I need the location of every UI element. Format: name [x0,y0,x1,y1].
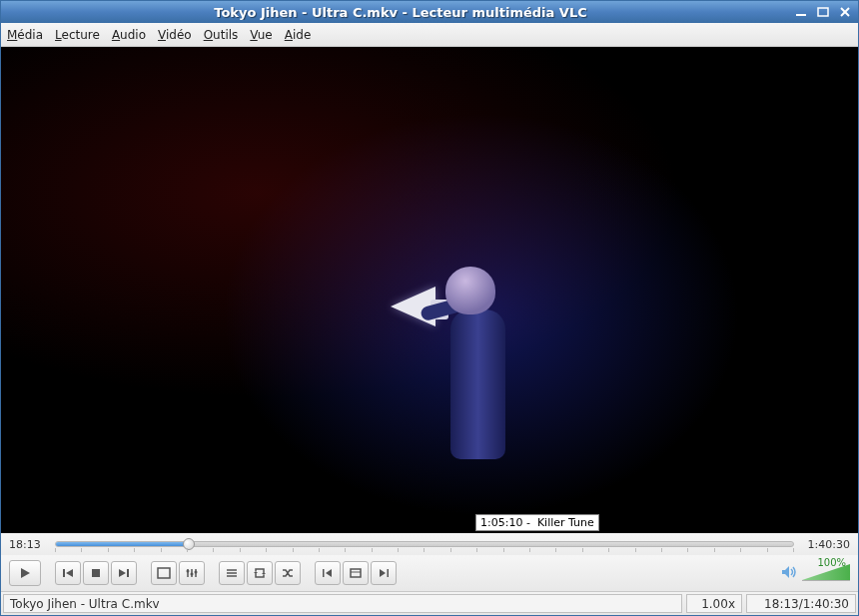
menu-audio[interactable]: Audio [112,28,146,42]
elapsed-time[interactable]: 18:13 [9,538,49,551]
menu-lecture[interactable]: Lecture [55,28,100,42]
status-time[interactable]: 18:13/1:40:30 [746,594,856,613]
seek-tooltip: 1:05:10 - Killer Tune [475,514,599,531]
svg-rect-5 [92,569,100,577]
controls-row: 100% [1,555,858,591]
seek-fill [56,542,190,546]
total-time[interactable]: 1:40:30 [800,538,850,551]
menu-media[interactable]: Média [7,28,43,42]
menu-vue[interactable]: Vue [250,28,272,42]
playlist-button[interactable] [219,561,245,585]
seek-ticks [55,548,794,552]
close-icon[interactable] [838,6,852,18]
next-chapter-button[interactable] [371,561,397,585]
speaker-icon[interactable] [780,564,798,583]
menu-outils[interactable]: Outils [204,28,239,42]
menubar: Média Lecture Audio Vidéo Outils Vue Aid… [1,23,858,47]
status-filename: Tokyo Jihen - Ultra C.mkv [3,594,682,613]
stop-button[interactable] [83,561,109,585]
status-speed[interactable]: 1.00x [686,594,742,613]
play-button[interactable] [9,560,41,586]
volume-control[interactable]: 100% [780,564,850,583]
svg-point-12 [191,573,194,576]
svg-rect-1 [818,8,828,16]
minimize-icon[interactable] [794,7,808,17]
menu-aide[interactable]: Aide [285,28,312,42]
svg-rect-17 [323,569,325,577]
seek-row: 18:13 1:40:30 [1,533,858,555]
titlebar[interactable]: Tokyo Jihen - Ultra C.mkv - Lecteur mult… [1,1,858,23]
fullscreen-button[interactable] [151,561,177,585]
svg-rect-18 [351,569,361,577]
svg-point-13 [195,571,198,574]
menu-nav-button[interactable] [343,561,369,585]
seekbar[interactable] [55,538,794,550]
video-content [401,262,540,501]
extended-settings-button[interactable] [179,561,205,585]
shuffle-button[interactable] [275,561,301,585]
statusbar: Tokyo Jihen - Ultra C.mkv 1.00x 18:13/1:… [1,591,858,615]
video-frame [1,47,858,533]
window-title: Tokyo Jihen - Ultra C.mkv - Lecteur mult… [7,5,794,20]
video-area[interactable]: 1:05:10 - Killer Tune [1,47,858,533]
svg-rect-20 [388,569,390,577]
svg-rect-4 [63,569,65,577]
window-controls [794,6,852,18]
maximize-icon[interactable] [816,6,830,18]
svg-rect-7 [158,568,170,578]
svg-point-11 [187,570,190,573]
volume-percent: 100% [817,557,846,568]
loop-button[interactable] [247,561,273,585]
menu-video[interactable]: Vidéo [158,28,192,42]
next-track-button[interactable] [111,561,137,585]
svg-rect-6 [127,569,129,577]
prev-track-button[interactable] [55,561,81,585]
prev-chapter-button[interactable] [315,561,341,585]
